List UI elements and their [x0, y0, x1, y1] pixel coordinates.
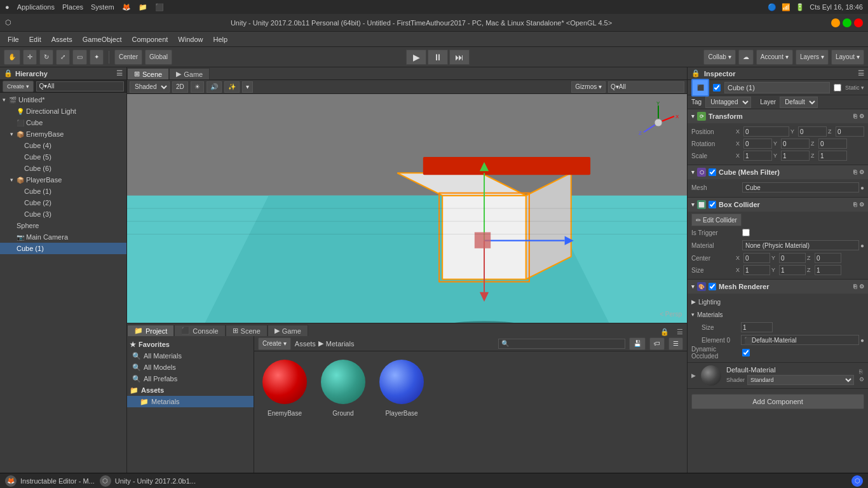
- transform-copy-icon[interactable]: ⎘: [853, 113, 857, 119]
- hier-item-cube3[interactable]: Cube (3): [0, 208, 126, 220]
- static-checkbox[interactable]: [834, 84, 841, 92]
- 2d-button[interactable]: 2D: [172, 81, 188, 93]
- rotate-tool[interactable]: ↻: [39, 50, 53, 65]
- edit-collider-button[interactable]: ✏ Edit Collider: [691, 214, 742, 226]
- hierarchy-menu-icon[interactable]: ☰: [116, 69, 123, 78]
- scene-viewport[interactable]: X Y Z < Persp: [127, 94, 687, 323]
- tab-game-bottom[interactable]: ▶ Game: [268, 325, 308, 336]
- hierarchy-search-input[interactable]: [36, 81, 124, 92]
- cloud-button[interactable]: ☁: [738, 50, 754, 65]
- assets-group-header[interactable]: 📁 Assets: [127, 384, 254, 396]
- position-y-input[interactable]: [798, 126, 827, 137]
- asset-playerbase[interactable]: PlayerBase: [376, 356, 427, 417]
- bottom-menu-icon[interactable]: ☰: [673, 328, 687, 336]
- center-button[interactable]: Center: [114, 50, 142, 65]
- asset-ground[interactable]: Ground: [318, 356, 369, 417]
- window-controls[interactable]: [831, 18, 863, 27]
- pause-button[interactable]: ⏸: [428, 50, 448, 65]
- transform-header[interactable]: ▾ ⟳ Transform ⎘ ⚙: [688, 109, 868, 123]
- dynamic-occluded-checkbox[interactable]: [742, 349, 750, 356]
- position-x-input[interactable]: [743, 126, 789, 137]
- account-button[interactable]: Account ▾: [756, 50, 793, 65]
- mat-expand-arrow-icon[interactable]: ▶: [691, 372, 696, 379]
- shading-dropdown[interactable]: Shaded: [130, 81, 170, 93]
- object-name-field[interactable]: [724, 82, 830, 93]
- mesh-filter-enabled[interactable]: [709, 168, 716, 176]
- project-save-btn[interactable]: 💾: [629, 337, 646, 350]
- layout-button[interactable]: Layout ▾: [831, 50, 864, 65]
- mesh-filter-gear-icon[interactable]: ⚙: [859, 169, 864, 175]
- rect-tool[interactable]: ▭: [72, 50, 87, 65]
- position-z-input[interactable]: [836, 126, 864, 137]
- move-tool[interactable]: ✛: [23, 50, 37, 65]
- all-models-item[interactable]: 🔍 All Models: [127, 362, 254, 373]
- bottom-lock-icon[interactable]: 🔒: [656, 328, 673, 336]
- metarials-folder-item[interactable]: 📁 Metarials: [127, 396, 254, 407]
- size-x-input[interactable]: [743, 265, 770, 275]
- hier-item-playerbase[interactable]: ▾ 📦 PlayerBase: [0, 174, 126, 186]
- box-collider-gear-icon[interactable]: ⚙: [859, 201, 864, 208]
- project-menu-btn[interactable]: ☰: [668, 337, 683, 350]
- scene-extras-btn[interactable]: ▾: [242, 81, 253, 93]
- tab-game[interactable]: ▶ Game: [169, 68, 210, 79]
- hand-tool[interactable]: ✋: [4, 50, 20, 65]
- scale-z-input[interactable]: [818, 151, 847, 161]
- scale-x-input[interactable]: [743, 151, 772, 161]
- scene-search-input[interactable]: [608, 81, 684, 93]
- shader-dropdown[interactable]: Standard: [747, 375, 854, 385]
- menu-gameobject[interactable]: GameObject: [78, 34, 127, 44]
- menu-window[interactable]: Window: [173, 34, 208, 44]
- mesh-renderer-gear-icon[interactable]: ⚙: [859, 283, 864, 290]
- hier-item-cube1-selected[interactable]: Cube (1): [0, 243, 126, 254]
- hier-item-directional-light[interactable]: 💡 Directional Light: [0, 105, 126, 117]
- breadcrumb-assets[interactable]: Assets: [295, 340, 316, 348]
- center-y-input[interactable]: [779, 253, 806, 263]
- tab-project[interactable]: 📁 Project: [127, 325, 174, 336]
- inspector-menu-icon[interactable]: ☰: [858, 69, 864, 78]
- hier-item-untitled[interactable]: ▾ 🎬 Untitled*: [0, 94, 126, 105]
- layer-dropdown[interactable]: Default: [780, 97, 818, 108]
- size-z-input[interactable]: [815, 265, 841, 275]
- layers-button[interactable]: Layers ▾: [796, 50, 829, 65]
- all-materials-item[interactable]: 🔍 All Materials: [127, 350, 254, 362]
- center-z-input[interactable]: [815, 253, 841, 263]
- transform-gear-icon[interactable]: ⚙: [859, 113, 864, 119]
- asset-enemybase[interactable]: EnemyBase: [259, 356, 310, 417]
- unity-status-item[interactable]: ⬡ Unity - Unity 2017.2.0b1...: [100, 475, 196, 487]
- maximize-button[interactable]: [843, 18, 851, 27]
- mesh-renderer-header[interactable]: ▾ 🎨 Mesh Renderer ⎘ ⚙: [688, 280, 868, 294]
- mesh-filter-header[interactable]: ▾ ⬡ Cube (Mesh Filter) ⎘ ⚙: [688, 165, 868, 179]
- close-button[interactable]: [854, 18, 863, 27]
- gizmos-btn[interactable]: Gizmos ▾: [571, 81, 606, 93]
- places-menu[interactable]: Places: [62, 3, 83, 11]
- menu-assets[interactable]: Assets: [46, 34, 78, 44]
- menu-component[interactable]: Component: [126, 34, 173, 44]
- project-search-input[interactable]: [498, 339, 625, 349]
- material-select-icon[interactable]: ●: [860, 242, 864, 249]
- menu-help[interactable]: Help: [208, 34, 233, 44]
- mat-copy-icon[interactable]: ⎘: [859, 369, 864, 375]
- rotation-y-input[interactable]: [781, 139, 810, 149]
- play-button[interactable]: ▶: [406, 50, 426, 65]
- lighting-btn[interactable]: ☀: [191, 81, 204, 93]
- multi-tool[interactable]: ✦: [90, 50, 104, 65]
- mat-gear-icon[interactable]: ⚙: [859, 376, 864, 383]
- hier-item-cube[interactable]: ⬛ Cube: [0, 117, 126, 128]
- all-prefabs-item[interactable]: 🔍 All Prefabs: [127, 373, 254, 384]
- scale-y-input[interactable]: [781, 151, 810, 161]
- hier-item-main-camera[interactable]: 📷 Main Camera: [0, 231, 126, 243]
- is-trigger-checkbox[interactable]: [742, 229, 750, 236]
- hier-item-sphere[interactable]: Sphere: [0, 220, 126, 231]
- minimize-button[interactable]: [831, 18, 840, 27]
- audio-btn[interactable]: 🔊: [207, 81, 222, 93]
- size-y-input[interactable]: [779, 265, 806, 275]
- step-button[interactable]: ⏭: [449, 50, 470, 65]
- hier-item-cube6[interactable]: Cube (6): [0, 163, 126, 174]
- collab-button[interactable]: Collab ▾: [703, 50, 735, 65]
- favorites-group-header[interactable]: ★ Favorites: [127, 339, 254, 350]
- hier-item-enemybase[interactable]: ▾ 📦 EnemyBase: [0, 128, 126, 140]
- mesh-filter-copy-icon[interactable]: ⎘: [853, 169, 857, 175]
- tab-scene[interactable]: ⊞ Scene: [127, 68, 169, 79]
- mesh-select-icon[interactable]: ●: [860, 184, 864, 191]
- firefox-status-item[interactable]: 🦊 Instructable Editor - M...: [5, 475, 95, 487]
